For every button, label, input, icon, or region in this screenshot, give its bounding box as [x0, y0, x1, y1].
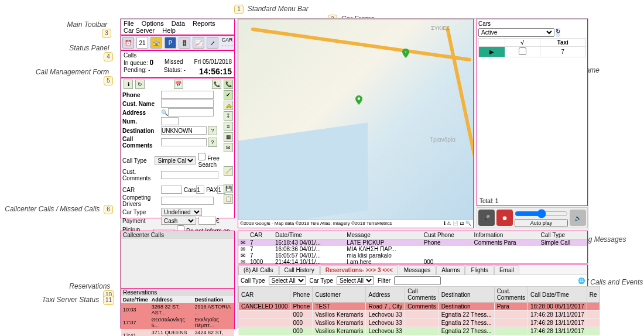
menu-reports[interactable]: Reports: [193, 20, 215, 27]
g-col-car[interactable]: CAR: [239, 287, 290, 303]
tab-flights[interactable]: Flights: [465, 265, 493, 275]
tab-alarms[interactable]: Alarms: [436, 265, 465, 275]
date-icon[interactable]: 📅: [174, 80, 183, 89]
tab-reservations[interactable]: Reservations- >>> 3 <<<: [320, 265, 398, 275]
accept-icon[interactable]: 📞: [224, 80, 233, 89]
grid-row[interactable]: 000Vasilios KeramarisLechovou 33Egnatia …: [239, 311, 600, 319]
grid-row[interactable]: CANCELED 1000PhoneTESTRoad 7 , CityComme…: [239, 303, 600, 311]
save-icon[interactable]: 💾: [224, 184, 233, 193]
callcomments-input[interactable]: [161, 138, 207, 146]
g-col-dest[interactable]: Destination: [439, 287, 494, 303]
cc-help-icon[interactable]: ?: [208, 138, 217, 147]
grid-row[interactable]: 000Vasilios KeramarisLechovou 33Egnatia …: [239, 327, 600, 335]
g-col-phone[interactable]: Phone: [290, 287, 313, 303]
formcar-input[interactable]: [161, 186, 182, 194]
cartype-select[interactable]: Undefined: [161, 208, 202, 216]
dest-help-icon[interactable]: ?: [208, 126, 217, 135]
destination-input[interactable]: [161, 126, 207, 135]
map-pin-taxi[interactable]: 7: [402, 49, 409, 58]
expand-icon[interactable]: ⤢: [207, 37, 218, 49]
g-col-addr[interactable]: Address: [366, 287, 405, 303]
reserv-row[interactable]: 17:07Θεσσαλονίκης 5...Εκκλησίας Πέμπτ...: [121, 316, 234, 329]
copy-icon[interactable]: 📋: [224, 194, 233, 204]
autoplay-button[interactable]: Auto play: [515, 219, 568, 227]
g-col-dt[interactable]: Call Date/Time: [527, 287, 587, 303]
dispatch-icon[interactable]: 🚕: [224, 101, 233, 110]
cars-count-input[interactable]: [196, 186, 204, 194]
main-toolbar: ⏰ 21 🚖 P 🚦 📈 ⤢ CAR- - - -: [121, 35, 235, 50]
tab-history[interactable]: Call History: [279, 265, 320, 275]
taxi-icon[interactable]: 🚖: [150, 37, 162, 49]
g-col-cust[interactable]: Customer: [313, 287, 366, 303]
tab-messages[interactable]: Messages: [399, 265, 436, 275]
destination-label: Destination: [122, 128, 161, 134]
menu-help[interactable]: Help: [162, 27, 176, 34]
map-pin-green[interactable]: [355, 95, 362, 105]
map-tool-warn-icon[interactable]: ⚠: [447, 221, 451, 226]
r-col-dest: Destination: [193, 296, 234, 303]
map-tool-doc-icon[interactable]: 📄: [453, 221, 458, 226]
grid-icon[interactable]: ▦: [224, 132, 233, 142]
volume-slider[interactable]: [515, 209, 568, 218]
custcomments-input[interactable]: [161, 171, 218, 179]
cars-filter-select[interactable]: Active: [478, 28, 554, 37]
info-icon[interactable]: ℹ: [124, 80, 133, 89]
flt-cartype-label: Car Type: [310, 277, 333, 284]
stop-icon[interactable]: ⏺: [496, 210, 513, 226]
alarm-icon[interactable]: ⏰: [122, 37, 134, 49]
custname-input[interactable]: [161, 100, 214, 108]
flt-cartype-select[interactable]: Select All: [337, 276, 374, 285]
g-col-cu[interactable]: Cust. Comments: [494, 287, 527, 303]
menu-data[interactable]: Data: [172, 20, 185, 27]
reserv-row[interactable]: 10:033268 32 ST, AST...2916 ASTORIA ...: [121, 303, 234, 316]
erase-icon[interactable]: 🧹: [224, 166, 233, 176]
tab-email[interactable]: Email: [494, 265, 519, 275]
reserv-row[interactable]: 13:413711 QUEENS B...3424 82 ST, JAC...: [121, 329, 234, 336]
g-col-cc[interactable]: Call Comments: [405, 287, 439, 303]
map-frame[interactable]: Map zoom 7 ΣYKIEΣ Τριανδρία ©2018 Google…: [238, 19, 474, 228]
speaker-icon[interactable]: 🔊: [570, 210, 586, 226]
mic-icon[interactable]: 🎤: [478, 210, 495, 226]
pax-label: PAX: [206, 187, 217, 193]
cars-row[interactable]: ▶7: [479, 47, 586, 57]
send-icon[interactable]: ✉: [224, 143, 233, 152]
list-icon[interactable]: ≡: [224, 122, 233, 131]
cars-refresh-icon[interactable]: ↻: [556, 28, 560, 37]
graph-icon[interactable]: 📈: [193, 37, 204, 49]
car-row-check[interactable]: [519, 47, 526, 55]
car-frame: Cars Active ↻ √Taxi ▶7 Total: 1: [477, 19, 588, 206]
lights-icon[interactable]: 🚦: [179, 37, 190, 49]
grid-row[interactable]: 000Vasilios KeramarisLechovou 33Egnatia …: [239, 319, 600, 327]
refresh-icon[interactable]: ↻: [135, 80, 145, 89]
phone-icon[interactable]: 📞: [212, 80, 221, 89]
map-tool-info-icon[interactable]: ℹ: [444, 221, 446, 226]
call-management-form: ℹ ↻ 📅 📞 🛏 Phone Cust. Name Address🔍 Num.…: [121, 78, 235, 218]
globe-icon[interactable]: 🌐: [578, 277, 585, 284]
tab-allcalls[interactable]: (8) All Calls: [238, 265, 279, 275]
phone-input[interactable]: [161, 91, 214, 99]
address-input[interactable]: [168, 108, 214, 116]
map-tool-search-icon[interactable]: 🔍: [465, 221, 471, 226]
msg-row[interactable]: ✉716:08:36 04/01/...MIA KΛHΣH ΠAP...: [238, 246, 587, 252]
menu-carserver[interactable]: Car Server: [124, 27, 155, 34]
competing-input[interactable]: [161, 197, 214, 205]
amount-input[interactable]: [198, 217, 216, 225]
flt-filter-input[interactable]: [394, 276, 441, 285]
payment-select[interactable]: Cash: [161, 217, 196, 225]
menu-options[interactable]: Options: [142, 20, 164, 27]
search-icon[interactable]: 🔍: [161, 109, 168, 116]
assign-icon[interactable]: ↧: [224, 111, 233, 121]
parking-icon[interactable]: P: [165, 37, 176, 49]
calltype-select[interactable]: Simple Call: [155, 156, 196, 164]
num-input[interactable]: [161, 117, 179, 125]
g-col-re[interactable]: Re: [587, 287, 600, 303]
flt-calltype-select[interactable]: Select All: [269, 276, 306, 285]
freesearch-check[interactable]: [198, 153, 205, 160]
map-tool-layers-icon[interactable]: 🗂: [460, 221, 464, 226]
msg-row[interactable]: ✉716:05:57 04/01/...mia klisi parakalo: [238, 252, 587, 259]
ok-icon[interactable]: ✔: [224, 90, 233, 100]
menu-file[interactable]: File: [124, 20, 134, 27]
status-label: Status:: [164, 67, 182, 73]
msg-row[interactable]: ✉716:18:43 04/01/...LATE PICKUPPhoneComm…: [238, 239, 587, 246]
calendar-icon[interactable]: 21: [136, 37, 148, 49]
